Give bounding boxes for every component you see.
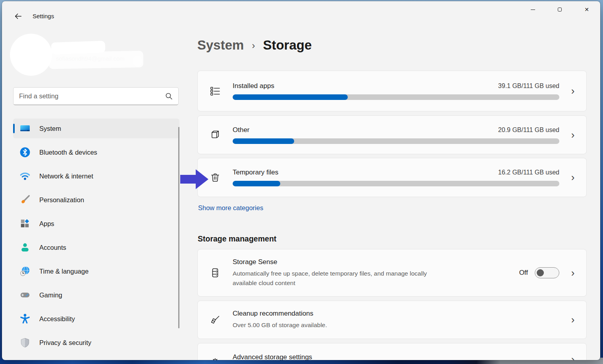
chevron-right-icon: › [559, 353, 586, 360]
page-title: Storage [263, 38, 312, 53]
chevron-right-icon: › [559, 129, 586, 141]
cleanup-title: Cleanup recommendations [233, 310, 559, 318]
person-icon [19, 242, 31, 253]
usage-bar-track [233, 94, 559, 100]
app-title: Settings [33, 13, 54, 19]
sidebar-item-label: Accessibility [39, 315, 75, 323]
chevron-right-icon: › [559, 171, 586, 184]
storage-sense-toggle[interactable] [535, 267, 559, 278]
category-title: Other [233, 126, 250, 134]
toggle-state-label: Off [519, 269, 528, 277]
sidebar-item-label: System [39, 125, 61, 132]
category-usage: 39.1 GB/111 GB used [498, 82, 559, 90]
cleanup-recommendations-card[interactable]: Cleanup recommendations Over 5.00 GB of … [197, 301, 587, 339]
maximize-button[interactable] [546, 1, 573, 18]
temporary-files-card[interactable]: Temporary files 16.2 GB/111 GB used › [197, 158, 587, 197]
settings-window: Settings ✕ sofia sondh sofiasondh94@gmai… [2, 1, 600, 360]
minimize-button[interactable] [519, 1, 546, 18]
show-more-categories-link[interactable]: Show more categories [198, 204, 263, 212]
minimize-icon [531, 10, 535, 10]
sidebar-item-privacy-security[interactable]: Privacy & security [13, 333, 179, 353]
sidebar-item-accounts[interactable]: Accounts [13, 238, 179, 257]
search-box [13, 87, 179, 105]
sidebar-item-label: Bluetooth & devices [39, 149, 97, 156]
close-icon: ✕ [584, 7, 589, 12]
category-usage: 20.9 GB/111 GB used [498, 126, 559, 134]
annotation-arrow-icon [180, 169, 209, 190]
sidebar-nav: System Bluetooth & devices Network & int… [13, 119, 179, 356]
other-box-icon [210, 129, 221, 140]
chevron-right-icon: › [559, 85, 586, 97]
cleanup-description: Over 5.00 GB of storage available. [233, 320, 447, 330]
trash-icon [210, 172, 221, 183]
sidebar-scrollbar[interactable] [178, 127, 179, 328]
other-card[interactable]: Other 20.9 GB/111 GB used › [197, 115, 587, 154]
back-arrow-icon [14, 12, 23, 21]
usage-bar-fill [233, 138, 294, 144]
storage-gear-icon [210, 353, 221, 360]
installed-apps-card[interactable]: Installed apps 39.1 GB/111 GB used › [197, 71, 587, 111]
category-title: Temporary files [233, 169, 278, 176]
selected-indicator [13, 124, 15, 133]
maximize-icon [558, 8, 562, 11]
sidebar-item-time-language[interactable]: Time & language [13, 261, 179, 281]
sidebar-item-label: Time & language [39, 268, 89, 275]
chevron-right-icon: › [559, 314, 586, 326]
gamepad-icon [19, 289, 31, 301]
category-title: Installed apps [233, 82, 274, 90]
broom-icon [210, 314, 221, 326]
advanced-storage-title: Advanced storage settings [233, 353, 559, 360]
storage-sense-description: Automatically free up space, delete temp… [233, 269, 447, 287]
sidebar-item-label: Privacy & security [39, 339, 91, 347]
sidebar-item-label: Accounts [39, 244, 66, 251]
usage-bar-track [233, 138, 559, 144]
chevron-right-icon: › [559, 267, 586, 279]
breadcrumb-separator-icon: › [252, 40, 255, 51]
system-icon [19, 123, 31, 134]
close-button[interactable]: ✕ [573, 1, 600, 18]
sidebar-item-bluetooth-devices[interactable]: Bluetooth & devices [13, 142, 179, 162]
sidebar-item-network-internet[interactable]: Network & internet [13, 166, 179, 186]
breadcrumb: System › Storage [197, 38, 312, 53]
accessibility-person-icon [19, 313, 31, 324]
wifi-icon [19, 171, 31, 182]
storage-sense-card[interactable]: Storage Sense Automatically free up spac… [197, 249, 587, 297]
redaction-blob [133, 56, 142, 66]
sidebar-item-apps[interactable]: Apps [13, 214, 179, 234]
category-usage: 16.2 GB/111 GB used [498, 169, 559, 176]
sidebar-item-personalization[interactable]: Personalization [13, 190, 179, 210]
sidebar-item-label: Apps [39, 220, 54, 228]
back-button[interactable] [12, 10, 25, 23]
storage-management-heading: Storage management [198, 234, 276, 243]
search-icon [165, 92, 173, 101]
apps-icon [19, 218, 31, 229]
installed-apps-icon [210, 86, 221, 97]
sidebar-item-accessibility[interactable]: Accessibility [13, 309, 179, 329]
toggle-knob [537, 269, 544, 276]
bluetooth-icon [19, 147, 31, 158]
advanced-storage-settings-card[interactable]: Advanced storage settings › [197, 343, 587, 360]
brush-icon [19, 194, 31, 205]
search-input[interactable] [13, 88, 178, 105]
redaction-blob [49, 51, 144, 69]
storage-sense-title: Storage Sense [233, 258, 519, 266]
titlebar: Settings ✕ [2, 1, 600, 23]
avatar[interactable] [10, 34, 52, 76]
usage-bar-fill [233, 94, 348, 100]
sidebar-item-label: Personalization [39, 196, 84, 204]
globe-clock-icon [19, 266, 31, 277]
sidebar-item-label: Network & internet [39, 172, 93, 180]
sidebar-item-system[interactable]: System [13, 119, 179, 138]
usage-bar-track [233, 181, 559, 186]
sidebar-item-label: Gaming [39, 291, 62, 299]
breadcrumb-system[interactable]: System [197, 38, 244, 53]
shield-icon [19, 337, 31, 348]
sidebar-item-gaming[interactable]: Gaming [13, 285, 179, 305]
usage-bar-fill [233, 181, 280, 186]
storage-sense-icon [210, 267, 221, 278]
window-controls: ✕ [519, 1, 600, 18]
